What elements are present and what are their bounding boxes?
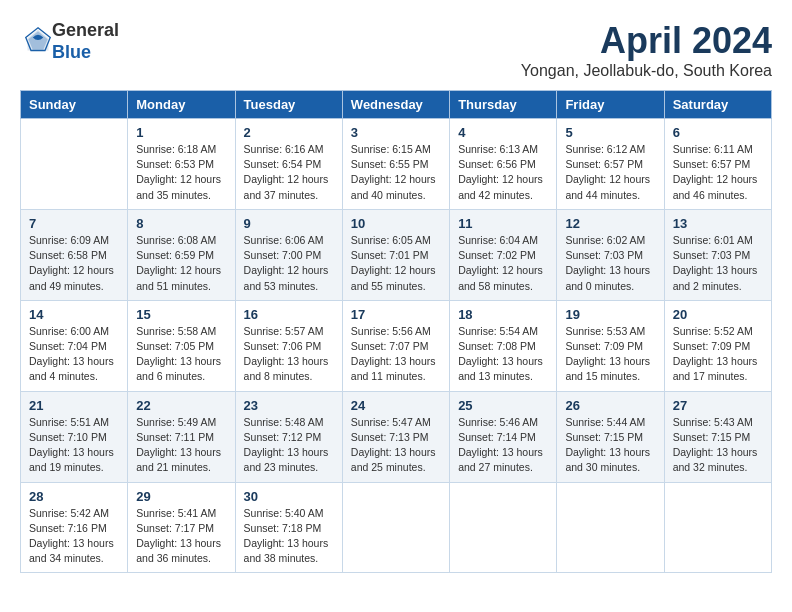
day-info: Sunrise: 5:47 AM Sunset: 7:13 PM Dayligh… (351, 415, 441, 476)
day-info: Sunrise: 6:12 AM Sunset: 6:57 PM Dayligh… (565, 142, 655, 203)
calendar-cell: 15Sunrise: 5:58 AM Sunset: 7:05 PM Dayli… (128, 300, 235, 391)
month-year-title: April 2024 (521, 20, 772, 62)
day-number: 15 (136, 307, 226, 322)
day-number: 21 (29, 398, 119, 413)
day-number: 19 (565, 307, 655, 322)
day-number: 10 (351, 216, 441, 231)
day-info: Sunrise: 6:13 AM Sunset: 6:56 PM Dayligh… (458, 142, 548, 203)
calendar-cell (21, 119, 128, 210)
header-cell-sunday: Sunday (21, 91, 128, 119)
day-number: 29 (136, 489, 226, 504)
calendar-body: 1Sunrise: 6:18 AM Sunset: 6:53 PM Daylig… (21, 119, 772, 573)
calendar-cell: 13Sunrise: 6:01 AM Sunset: 7:03 PM Dayli… (664, 209, 771, 300)
logo: General Blue (20, 20, 119, 63)
day-info: Sunrise: 6:08 AM Sunset: 6:59 PM Dayligh… (136, 233, 226, 294)
calendar-cell: 3Sunrise: 6:15 AM Sunset: 6:55 PM Daylig… (342, 119, 449, 210)
day-info: Sunrise: 5:53 AM Sunset: 7:09 PM Dayligh… (565, 324, 655, 385)
calendar-week-5: 28Sunrise: 5:42 AM Sunset: 7:16 PM Dayli… (21, 482, 772, 573)
calendar-cell (557, 482, 664, 573)
day-number: 28 (29, 489, 119, 504)
header-row: SundayMondayTuesdayWednesdayThursdayFrid… (21, 91, 772, 119)
calendar-cell: 5Sunrise: 6:12 AM Sunset: 6:57 PM Daylig… (557, 119, 664, 210)
calendar-cell: 19Sunrise: 5:53 AM Sunset: 7:09 PM Dayli… (557, 300, 664, 391)
day-number: 5 (565, 125, 655, 140)
day-number: 30 (244, 489, 334, 504)
day-number: 11 (458, 216, 548, 231)
calendar-cell: 1Sunrise: 6:18 AM Sunset: 6:53 PM Daylig… (128, 119, 235, 210)
day-number: 3 (351, 125, 441, 140)
day-info: Sunrise: 5:44 AM Sunset: 7:15 PM Dayligh… (565, 415, 655, 476)
calendar-week-3: 14Sunrise: 6:00 AM Sunset: 7:04 PM Dayli… (21, 300, 772, 391)
day-number: 25 (458, 398, 548, 413)
calendar-cell: 16Sunrise: 5:57 AM Sunset: 7:06 PM Dayli… (235, 300, 342, 391)
calendar-cell: 21Sunrise: 5:51 AM Sunset: 7:10 PM Dayli… (21, 391, 128, 482)
day-number: 4 (458, 125, 548, 140)
calendar-cell: 29Sunrise: 5:41 AM Sunset: 7:17 PM Dayli… (128, 482, 235, 573)
calendar-week-4: 21Sunrise: 5:51 AM Sunset: 7:10 PM Dayli… (21, 391, 772, 482)
logo-blue: Blue (52, 42, 119, 64)
calendar-cell: 25Sunrise: 5:46 AM Sunset: 7:14 PM Dayli… (450, 391, 557, 482)
page-header: General Blue April 2024 Yongan, Jeollabu… (20, 20, 772, 80)
day-info: Sunrise: 5:48 AM Sunset: 7:12 PM Dayligh… (244, 415, 334, 476)
day-number: 17 (351, 307, 441, 322)
calendar-cell: 12Sunrise: 6:02 AM Sunset: 7:03 PM Dayli… (557, 209, 664, 300)
day-number: 14 (29, 307, 119, 322)
header-cell-tuesday: Tuesday (235, 91, 342, 119)
day-number: 18 (458, 307, 548, 322)
day-info: Sunrise: 6:11 AM Sunset: 6:57 PM Dayligh… (673, 142, 763, 203)
calendar-cell: 22Sunrise: 5:49 AM Sunset: 7:11 PM Dayli… (128, 391, 235, 482)
calendar-week-2: 7Sunrise: 6:09 AM Sunset: 6:58 PM Daylig… (21, 209, 772, 300)
calendar-cell: 18Sunrise: 5:54 AM Sunset: 7:08 PM Dayli… (450, 300, 557, 391)
day-info: Sunrise: 5:54 AM Sunset: 7:08 PM Dayligh… (458, 324, 548, 385)
calendar-cell: 28Sunrise: 5:42 AM Sunset: 7:16 PM Dayli… (21, 482, 128, 573)
day-number: 27 (673, 398, 763, 413)
day-info: Sunrise: 6:04 AM Sunset: 7:02 PM Dayligh… (458, 233, 548, 294)
calendar-cell: 11Sunrise: 6:04 AM Sunset: 7:02 PM Dayli… (450, 209, 557, 300)
day-number: 9 (244, 216, 334, 231)
day-info: Sunrise: 6:01 AM Sunset: 7:03 PM Dayligh… (673, 233, 763, 294)
day-number: 1 (136, 125, 226, 140)
calendar-cell: 7Sunrise: 6:09 AM Sunset: 6:58 PM Daylig… (21, 209, 128, 300)
calendar-header: SundayMondayTuesdayWednesdayThursdayFrid… (21, 91, 772, 119)
day-number: 2 (244, 125, 334, 140)
day-info: Sunrise: 5:57 AM Sunset: 7:06 PM Dayligh… (244, 324, 334, 385)
day-info: Sunrise: 5:43 AM Sunset: 7:15 PM Dayligh… (673, 415, 763, 476)
calendar-cell (664, 482, 771, 573)
day-number: 26 (565, 398, 655, 413)
day-info: Sunrise: 6:15 AM Sunset: 6:55 PM Dayligh… (351, 142, 441, 203)
day-info: Sunrise: 5:56 AM Sunset: 7:07 PM Dayligh… (351, 324, 441, 385)
calendar-cell: 14Sunrise: 6:00 AM Sunset: 7:04 PM Dayli… (21, 300, 128, 391)
day-info: Sunrise: 5:58 AM Sunset: 7:05 PM Dayligh… (136, 324, 226, 385)
day-info: Sunrise: 5:46 AM Sunset: 7:14 PM Dayligh… (458, 415, 548, 476)
calendar-cell: 20Sunrise: 5:52 AM Sunset: 7:09 PM Dayli… (664, 300, 771, 391)
day-info: Sunrise: 6:09 AM Sunset: 6:58 PM Dayligh… (29, 233, 119, 294)
header-cell-thursday: Thursday (450, 91, 557, 119)
day-info: Sunrise: 5:42 AM Sunset: 7:16 PM Dayligh… (29, 506, 119, 567)
day-info: Sunrise: 5:49 AM Sunset: 7:11 PM Dayligh… (136, 415, 226, 476)
calendar-cell: 30Sunrise: 5:40 AM Sunset: 7:18 PM Dayli… (235, 482, 342, 573)
day-info: Sunrise: 6:02 AM Sunset: 7:03 PM Dayligh… (565, 233, 655, 294)
day-number: 7 (29, 216, 119, 231)
day-info: Sunrise: 6:05 AM Sunset: 7:01 PM Dayligh… (351, 233, 441, 294)
calendar-cell (342, 482, 449, 573)
header-cell-monday: Monday (128, 91, 235, 119)
day-number: 20 (673, 307, 763, 322)
day-number: 6 (673, 125, 763, 140)
day-info: Sunrise: 5:52 AM Sunset: 7:09 PM Dayligh… (673, 324, 763, 385)
calendar-cell: 17Sunrise: 5:56 AM Sunset: 7:07 PM Dayli… (342, 300, 449, 391)
calendar-cell: 23Sunrise: 5:48 AM Sunset: 7:12 PM Dayli… (235, 391, 342, 482)
day-info: Sunrise: 5:41 AM Sunset: 7:17 PM Dayligh… (136, 506, 226, 567)
day-number: 12 (565, 216, 655, 231)
header-cell-friday: Friday (557, 91, 664, 119)
day-info: Sunrise: 6:06 AM Sunset: 7:00 PM Dayligh… (244, 233, 334, 294)
header-cell-wednesday: Wednesday (342, 91, 449, 119)
day-number: 8 (136, 216, 226, 231)
calendar-cell: 26Sunrise: 5:44 AM Sunset: 7:15 PM Dayli… (557, 391, 664, 482)
calendar-cell: 2Sunrise: 6:16 AM Sunset: 6:54 PM Daylig… (235, 119, 342, 210)
calendar-cell: 24Sunrise: 5:47 AM Sunset: 7:13 PM Dayli… (342, 391, 449, 482)
logo-icon (24, 26, 52, 54)
day-number: 24 (351, 398, 441, 413)
day-info: Sunrise: 6:18 AM Sunset: 6:53 PM Dayligh… (136, 142, 226, 203)
header-cell-saturday: Saturday (664, 91, 771, 119)
day-info: Sunrise: 5:51 AM Sunset: 7:10 PM Dayligh… (29, 415, 119, 476)
